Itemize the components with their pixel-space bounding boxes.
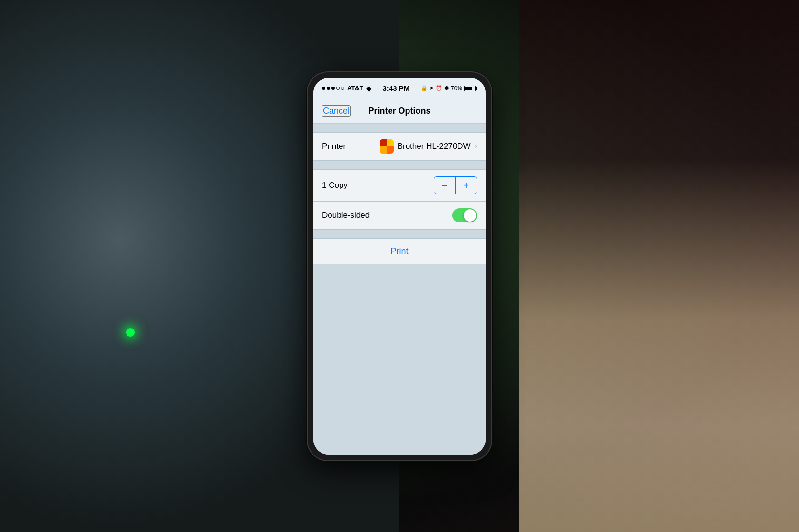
green-dot-decoration: [126, 328, 135, 337]
printer-label: Printer: [322, 142, 346, 151]
toggle-knob: [464, 209, 476, 222]
battery-percent: 70%: [451, 85, 462, 92]
wifi-icon: ◆: [366, 85, 371, 92]
copy-stepper: − +: [434, 176, 477, 194]
copy-row: 1 Copy − +: [313, 169, 486, 202]
cancel-button[interactable]: Cancel: [322, 105, 351, 117]
print-button[interactable]: Print: [390, 246, 408, 256]
printer-row[interactable]: Printer Brother HL-2270DW ›: [313, 132, 486, 161]
chevron-right-icon: ›: [475, 142, 477, 151]
section-gap-2: [313, 161, 486, 169]
content-rest: [313, 264, 486, 455]
status-left: AT&T ◆: [322, 85, 371, 92]
print-row: Print: [313, 239, 486, 264]
nav-bar: Cancel Printer Options: [313, 99, 486, 124]
lock-icon: 🔒: [421, 85, 428, 91]
page-title: Printer Options: [368, 106, 430, 116]
double-sided-toggle[interactable]: [452, 208, 477, 222]
increment-button[interactable]: +: [456, 177, 477, 194]
battery-icon: [464, 86, 477, 91]
phone-wrapper: AT&T ◆ 3:43 PM 🔒 ➤ ⏰ ✱ 70%: [307, 71, 492, 461]
alarm-icon: ⏰: [436, 85, 442, 91]
copy-label: 1 Copy: [322, 181, 348, 190]
decrement-button[interactable]: −: [434, 177, 455, 194]
signal-dot-3: [331, 87, 335, 90]
phone-screen: AT&T ◆ 3:43 PM 🔒 ➤ ⏰ ✱ 70%: [313, 78, 486, 455]
phone-body: AT&T ◆ 3:43 PM 🔒 ➤ ⏰ ✱ 70%: [307, 71, 492, 461]
bluetooth-icon: ✱: [444, 85, 449, 92]
status-time: 3:43 PM: [382, 84, 409, 92]
background-right: [519, 0, 799, 532]
printer-app-icon: [380, 139, 394, 154]
signal-dot-5: [341, 87, 344, 90]
print-section: Print: [313, 238, 486, 264]
printer-cell-right: Brother HL-2270DW ›: [380, 139, 477, 154]
double-sided-row: Double-sided: [313, 202, 486, 230]
status-bar: AT&T ◆ 3:43 PM 🔒 ➤ ⏰ ✱ 70%: [313, 78, 486, 99]
icon-tr: [387, 139, 394, 146]
signal-dots: [322, 87, 344, 90]
status-right: 🔒 ➤ ⏰ ✱ 70%: [421, 85, 477, 92]
carrier-text: AT&T: [347, 85, 363, 92]
printer-section: Printer Brother HL-2270DW ›: [313, 132, 486, 161]
printer-name: Brother HL-2270DW: [398, 142, 471, 151]
signal-dot-2: [327, 87, 330, 90]
content-area: Printer Brother HL-2270DW ›: [313, 124, 486, 455]
icon-tl: [380, 139, 387, 146]
signal-dot-1: [322, 87, 325, 90]
icon-bl: [380, 146, 387, 154]
section-gap-3: [313, 230, 486, 238]
signal-dot-4: [336, 87, 340, 90]
location-icon: ➤: [429, 85, 434, 91]
section-gap-top: [313, 124, 486, 132]
double-sided-label: Double-sided: [322, 211, 370, 220]
icon-br: [387, 146, 394, 154]
